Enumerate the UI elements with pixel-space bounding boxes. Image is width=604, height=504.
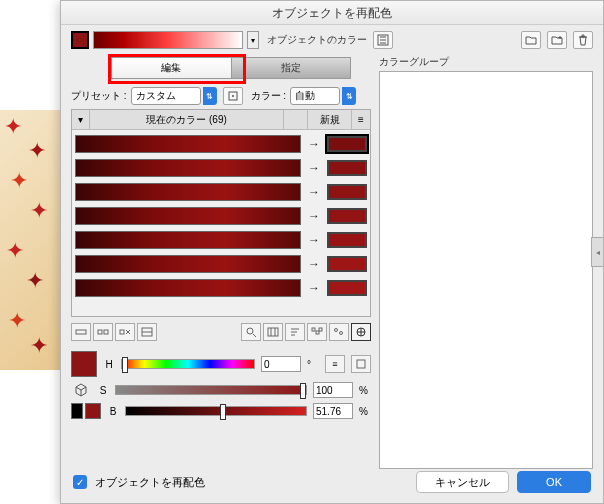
sat-input[interactable] <box>313 382 353 398</box>
svg-rect-21 <box>319 328 322 331</box>
color-row[interactable]: → <box>75 181 367 203</box>
hue-slider[interactable] <box>121 359 255 369</box>
dialog-title: オブジェクトを再配色 <box>61 1 603 25</box>
color-row[interactable]: → <box>75 229 367 251</box>
color-row[interactable]: → <box>75 253 367 275</box>
color-select-arrow[interactable]: ⇅ <box>342 87 356 105</box>
current-color-bar[interactable] <box>75 183 301 201</box>
ok-button[interactable]: OK <box>517 471 591 493</box>
tab-assign[interactable]: 指定 <box>231 58 351 78</box>
svg-rect-3 <box>76 330 86 334</box>
svg-rect-5 <box>104 330 108 334</box>
current-color-bar[interactable] <box>75 279 301 297</box>
b-label: B <box>107 406 119 417</box>
recolor-dialog: オブジェクトを再配色 ▾ オブジェクトのカラー 編集 指定 <box>60 0 604 504</box>
map-arrow-icon[interactable]: → <box>305 185 323 199</box>
svg-rect-25 <box>357 360 365 368</box>
panel-resize-handle[interactable]: ◂ <box>591 237 603 267</box>
new-color-swatch[interactable] <box>327 256 367 272</box>
svg-rect-6 <box>120 330 124 334</box>
current-color-bar[interactable] <box>75 159 301 177</box>
svg-point-2 <box>232 95 234 97</box>
arrow-column-header <box>284 110 308 129</box>
preset-select-arrow[interactable]: ⇅ <box>203 87 217 105</box>
recolor-checkbox[interactable]: ✓ <box>73 475 87 489</box>
current-color-bar[interactable] <box>75 207 301 225</box>
new-color-swatch[interactable] <box>327 136 367 152</box>
new-color-swatch[interactable] <box>327 160 367 176</box>
s-label: S <box>97 385 109 396</box>
color-row[interactable]: → <box>75 205 367 227</box>
sort-column-icon[interactable]: ▾ <box>72 110 90 129</box>
new-color-swatch[interactable] <box>327 208 367 224</box>
color-list: ▾ 現在のカラー (69) 新規 ≡ → → → → → → → <box>71 109 371 317</box>
map-arrow-icon[interactable]: → <box>305 137 323 151</box>
artwork-preview <box>0 110 60 370</box>
svg-point-23 <box>340 332 343 335</box>
tab-edit[interactable]: 編集 <box>112 58 231 78</box>
color-group-label: カラーグループ <box>379 55 593 69</box>
preset-label: プリセット : <box>71 89 127 103</box>
find-colors-icon[interactable] <box>241 323 261 341</box>
list-options-icon[interactable]: ≡ <box>352 110 370 129</box>
new-row-icon[interactable] <box>137 323 157 341</box>
color-reduction-select[interactable]: 自動 <box>290 87 340 105</box>
random-sat-icon[interactable] <box>329 323 349 341</box>
map-arrow-icon[interactable]: → <box>305 209 323 223</box>
none-swatch[interactable] <box>71 403 83 419</box>
slider-mode-icon[interactable]: ≡ <box>325 355 345 373</box>
svg-line-12 <box>253 334 256 337</box>
new-color-swatch[interactable] <box>327 280 367 296</box>
color-group-list[interactable] <box>379 71 593 469</box>
sat-slider[interactable] <box>115 385 307 395</box>
color-spectrum-bar[interactable] <box>93 31 243 49</box>
cancel-button[interactable]: キャンセル <box>416 471 509 493</box>
color-label: カラー : <box>251 89 287 103</box>
exclude-color-icon[interactable] <box>115 323 135 341</box>
bright-input[interactable] <box>313 403 353 419</box>
preset-options-icon[interactable] <box>223 87 243 105</box>
map-arrow-icon[interactable]: → <box>305 161 323 175</box>
folder-new-icon[interactable] <box>547 31 567 49</box>
svg-point-11 <box>247 328 253 334</box>
hue-input[interactable] <box>261 356 301 372</box>
svg-rect-13 <box>268 328 278 336</box>
color-row[interactable]: → <box>75 157 367 179</box>
cube-icon[interactable] <box>71 381 91 399</box>
bright-unit: % <box>359 406 371 417</box>
h-label: H <box>103 359 115 370</box>
current-color-bar[interactable] <box>75 135 301 153</box>
active-color-swatch[interactable] <box>71 31 89 49</box>
new-color-swatch[interactable] <box>327 184 367 200</box>
color-row[interactable]: → <box>75 277 367 299</box>
trash-icon[interactable] <box>573 31 593 49</box>
sort-bright-icon[interactable] <box>285 323 305 341</box>
svg-point-22 <box>335 329 338 332</box>
new-colors-header[interactable]: 新規 <box>308 110 352 129</box>
map-arrow-icon[interactable]: → <box>305 257 323 271</box>
hue-unit: ° <box>307 359 319 370</box>
fill-swatch[interactable] <box>85 403 101 419</box>
current-colors-header[interactable]: 現在のカラー (69) <box>90 110 284 129</box>
current-color-bar[interactable] <box>75 231 301 249</box>
colorize-icon[interactable] <box>351 323 371 341</box>
random-hue-icon[interactable] <box>307 323 327 341</box>
spectrum-dropdown[interactable]: ▾ <box>247 31 259 49</box>
color-row[interactable]: → <box>75 133 367 155</box>
map-arrow-icon[interactable]: → <box>305 233 323 247</box>
svg-rect-4 <box>98 330 102 334</box>
split-color-icon[interactable] <box>93 323 113 341</box>
get-color-icon[interactable] <box>373 31 393 49</box>
current-color-bar[interactable] <box>75 255 301 273</box>
hsb-color-preview[interactable] <box>71 351 97 377</box>
tab-bar: 編集 指定 <box>111 57 351 79</box>
bright-slider[interactable] <box>125 406 307 416</box>
sat-unit: % <box>359 385 371 396</box>
folder-save-icon[interactable] <box>521 31 541 49</box>
new-color-swatch[interactable] <box>327 232 367 248</box>
merge-color-icon[interactable] <box>71 323 91 341</box>
color-mode-icon[interactable] <box>351 355 371 373</box>
sort-hue-icon[interactable] <box>263 323 283 341</box>
map-arrow-icon[interactable]: → <box>305 281 323 295</box>
preset-select[interactable]: カスタム <box>131 87 201 105</box>
